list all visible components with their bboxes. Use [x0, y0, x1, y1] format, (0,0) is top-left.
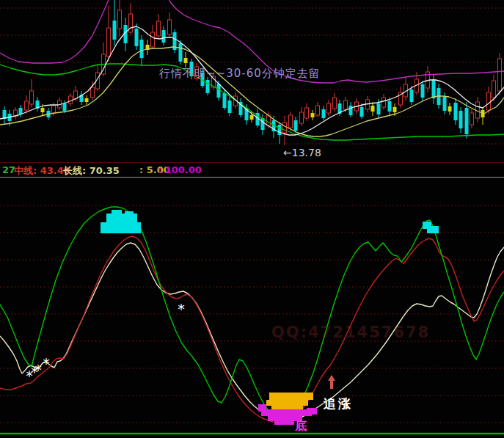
svg-text:*: *: [43, 355, 50, 371]
svg-text:*: *: [34, 362, 42, 378]
status-value-mid: 中线: 43.40: [14, 164, 70, 178]
stock-app-screenshot: ***** 行情不明~~30-60分钟定去留 ←13.78 27 中线: 43.…: [0, 0, 504, 438]
indicator-status-bar: 27 中线: 43.40 长线: 70.35 : 5.00 : 100.00: [0, 163, 504, 177]
svg-text:*: *: [178, 301, 185, 317]
status-value-long: 长线: 70.35: [63, 164, 120, 178]
status-value-high: : 100.00: [158, 164, 202, 175]
chart-canvas[interactable]: *****: [0, 0, 504, 438]
